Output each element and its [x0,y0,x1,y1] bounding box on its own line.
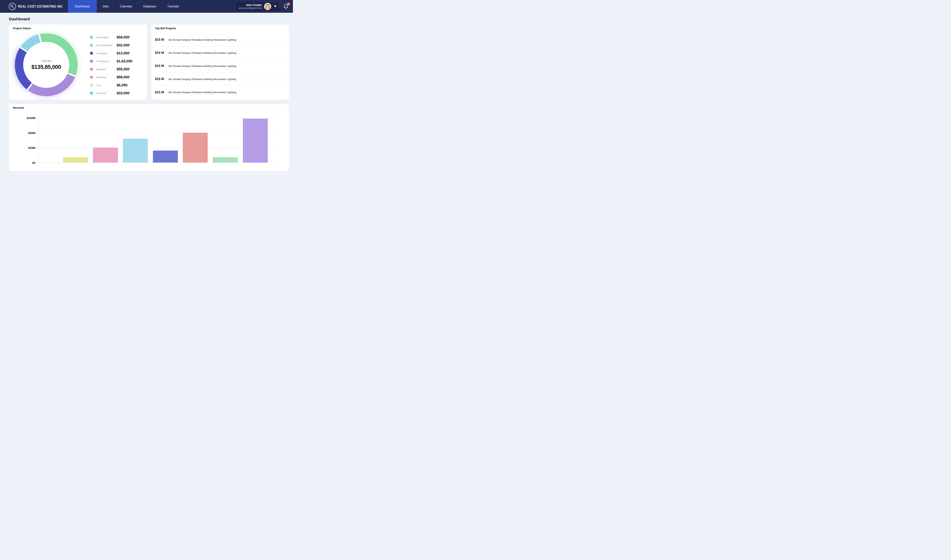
user-texts: Jane Cooper janecooper@gmail.com [239,3,262,9]
legend-value: $33,050 [117,91,129,95]
revenue-bar-chart: $0$25M$50M$100M [38,118,274,163]
nav-item-dashboard[interactable]: Dashboard [68,0,97,13]
legend-row-estimating: Estimating$58,050 [90,33,144,41]
legend-dot-icon [90,44,93,47]
y-axis-tick-$50M: $50M [28,131,35,134]
bid-project-row[interactable]: $15 MMc Donald Gregory Plantation Buildi… [155,60,285,72]
legend-dot-icon [90,75,93,79]
nav-item-calendar[interactable]: Calendar [114,0,138,13]
chevron-down-icon [274,6,277,7]
donut-center: Total Bid $135,85,000 [15,34,78,96]
legend-label: Estimating [96,36,117,39]
status-legend: Estimating$58,050Bid Submitted$32,050Acc… [90,33,144,97]
legend-value: $98,050 [117,75,129,79]
legend-value: $55,050 [117,67,129,71]
legend-label: Lost [96,84,117,87]
legend-row-lost: Lost$6,050 [90,81,144,89]
bid-project-row[interactable]: $15 MMc Donald Gregory Plantation Buildi… [155,46,285,60]
project-status-donut-chart: Total Bid $135,85,000 [15,34,78,96]
legend-dot-icon [90,52,93,55]
project-status-card: Project Status Total Bid $135,85,000 Est… [9,25,147,100]
legend-label: Archived [96,92,117,95]
legend-dot-icon [90,60,93,63]
nav-item-database[interactable]: Database [138,0,162,13]
legend-row-delayed: Delayed$55,050 [90,65,144,73]
legend-label: In Progress [96,60,117,63]
revenue-bar-1 [63,157,88,163]
bid-amount: $15 M [155,51,168,55]
legend-label: Delayed [96,68,117,71]
revenue-bar-7 [243,118,268,163]
top-bid-projects-card: Top Bid Projects $15 MMc Donald Gregory … [151,25,289,100]
bid-amount: $15 M [155,91,168,94]
main-content: Dashboard Project Status Total Bid $135,… [0,13,293,171]
gridline-$100M [38,118,274,118]
user-menu[interactable]: Jane Cooper janecooper@gmail.com [235,2,279,11]
bid-project-name: Mc Donald Gregory Plantation Building Re… [168,78,236,81]
revenue-title: Revenue [13,106,24,109]
user-name: Jane Cooper [239,3,262,7]
legend-dot-icon [90,68,93,71]
project-status-title: Project Status [13,27,31,30]
top-navbar: R C REAL COST ESTIMATING INC DashboardJo… [0,0,293,13]
notifications-button[interactable]: 12 [283,3,289,9]
legend-dot-icon [90,92,93,95]
bid-amount: $15 M [155,38,168,42]
legend-value: $58,050 [117,35,129,39]
user-email: janecooper@gmail.com [239,7,262,9]
avatar [264,3,271,10]
nav-items: DashboardJobsCalendarDatabaseTutorials [68,0,184,13]
legend-row-accepted: Accepted$12,050 [90,49,144,57]
legend-label: Rejected [96,76,117,79]
cards-row: Project Status Total Bid $135,85,000 Est… [9,25,289,100]
legend-dot-icon [90,36,93,39]
y-axis-tick-$0: $0 [32,161,35,165]
revenue-bar-2 [93,148,118,163]
logo-letter-c: C [13,6,14,9]
company-logo-icon: R C [9,3,16,10]
bid-project-name: Mc Donald Gregory Plantation Building Re… [168,91,236,94]
revenue-card: Revenue $0$25M$50M$100M [9,104,289,171]
top-bid-list: $15 MMc Donald Gregory Plantation Buildi… [155,33,285,99]
bid-amount: $15 M [155,77,168,81]
y-axis-tick-$100M: $100M [27,116,35,120]
bid-project-row[interactable]: $15 MMc Donald Gregory Plantation Buildi… [155,72,285,86]
legend-dot-icon [90,84,93,87]
legend-row-bid-submitted: Bid Submitted$32,050 [90,41,144,49]
brand-name: REAL COST ESTIMATING INC [18,5,63,8]
bid-project-row[interactable]: $15 MMc Donald Gregory Plantation Buildi… [155,33,285,46]
nav-item-tutorials[interactable]: Tutorials [162,0,184,13]
revenue-bar-6 [213,157,238,163]
top-bid-title: Top Bid Projects [155,27,176,30]
gridline-$25M [38,148,274,148]
bid-project-name: Mc Donald Gregory Plantation Building Re… [168,38,236,41]
revenue-bar-4 [153,151,178,163]
page-title: Dashboard [9,17,289,21]
bid-project-name: Mc Donald Gregory Plantation Building Re… [168,52,236,54]
legend-value: $1,63,050 [117,59,133,63]
legend-row-rejected: Rejected$98,050 [90,73,144,81]
gridline-$50M [38,133,274,133]
legend-row-in-progress: In Progress$1,63,050 [90,57,144,65]
total-bid-label: Total Bid [41,60,51,63]
nav-item-jobs[interactable]: Jobs [97,0,114,13]
y-axis-tick-$25M: $25M [28,146,35,149]
bid-amount: $15 M [155,64,168,68]
revenue-bar-3 [123,138,148,163]
bid-project-row[interactable]: $15 MMc Donald Gregory Plantation Buildi… [155,86,285,99]
legend-value: $6,050 [117,83,128,87]
legend-label: Bid Submitted [96,44,117,47]
legend-value: $32,050 [117,43,129,47]
legend-label: Accepted [96,52,117,55]
legend-value: $12,050 [117,51,129,55]
notification-count-badge: 12 [287,3,290,6]
revenue-bar-5 [183,133,208,163]
bid-project-name: Mc Donald Gregory Plantation Building Re… [168,65,236,68]
brand[interactable]: R C REAL COST ESTIMATING INC [9,3,63,10]
legend-row-archived: Archived$33,050 [90,89,144,97]
total-bid-value: $135,85,000 [31,64,61,70]
